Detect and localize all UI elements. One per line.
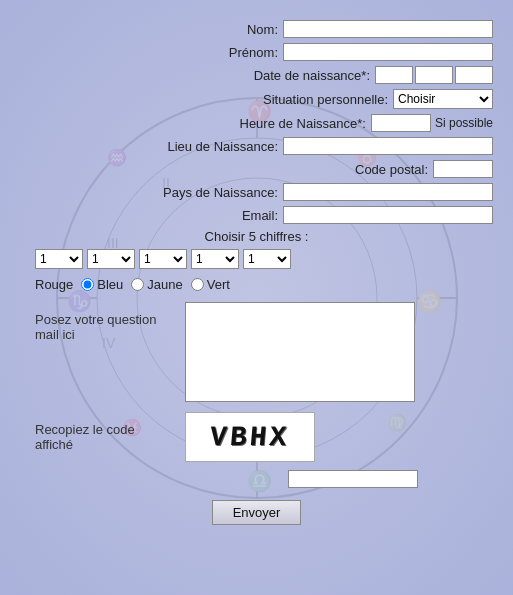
dob-group <box>375 66 493 84</box>
color-jaune: Jaune <box>131 277 182 292</box>
situation-select[interactable]: Choisir Célibataire Marié(e) Divorcé(e) … <box>393 89 493 109</box>
nom-input[interactable] <box>283 20 493 38</box>
bleu-radio[interactable] <box>81 278 94 291</box>
jaune-label: Jaune <box>147 277 182 292</box>
jaune-radio[interactable] <box>131 278 144 291</box>
captcha-row: Recopiez le code affiché VBHX <box>20 412 493 462</box>
dob-row: Date de naissance*: <box>20 66 493 84</box>
main-area: Posez votre question mail ici <box>20 302 493 402</box>
email-row: Email: <box>20 206 493 224</box>
choisir-label: Choisir 5 chiffres : <box>20 229 493 244</box>
question-textarea[interactable] <box>185 302 415 402</box>
lieu-row: Lieu de Naissance: <box>20 137 493 155</box>
question-label: Posez votre question mail ici <box>35 302 175 402</box>
heure-row: Heure de Naissance*: Si possible <box>20 114 493 132</box>
num-select-4[interactable]: 1234 56789 <box>191 249 239 269</box>
num-select-3[interactable]: 1234 56789 <box>139 249 187 269</box>
captcha-input[interactable] <box>288 470 418 488</box>
pays-label: Pays de Naissance: <box>118 185 278 200</box>
num-select-1[interactable]: 1234 56789 <box>35 249 83 269</box>
dob-year-input[interactable] <box>455 66 493 84</box>
colors-row: Rouge Bleu Jaune Vert <box>20 277 493 292</box>
si-possible-text: Si possible <box>435 116 493 130</box>
prenom-input[interactable] <box>283 43 493 61</box>
codepostal-input[interactable] <box>433 160 493 178</box>
heure-label: Heure de Naissance*: <box>206 116 366 131</box>
email-label: Email: <box>118 208 278 223</box>
vert-label: Vert <box>207 277 230 292</box>
dob-label: Date de naissance*: <box>210 68 370 83</box>
lieu-label: Lieu de Naissance: <box>118 139 278 154</box>
situation-label: Situation personnelle: <box>228 92 388 107</box>
situation-row: Situation personnelle: Choisir Célibatai… <box>20 89 493 109</box>
pays-row: Pays de Naissance: <box>20 183 493 201</box>
vert-radio[interactable] <box>191 278 204 291</box>
color-vert: Vert <box>191 277 230 292</box>
submit-row: Envoyer <box>20 500 493 525</box>
prenom-row: Prénom: <box>20 43 493 61</box>
submit-button[interactable]: Envoyer <box>212 500 302 525</box>
prenom-label: Prénom: <box>118 45 278 60</box>
dob-month-input[interactable] <box>415 66 453 84</box>
nom-row: Nom: <box>20 20 493 38</box>
nom-label: Nom: <box>118 22 278 37</box>
captcha-text: VBHX <box>209 422 291 453</box>
dob-day-input[interactable] <box>375 66 413 84</box>
lieu-input[interactable] <box>283 137 493 155</box>
rouge-label: Rouge <box>35 277 73 292</box>
pays-input[interactable] <box>283 183 493 201</box>
dropdowns-row: 1234 56789 1234 56789 1234 56789 1234 56… <box>20 249 493 269</box>
codepostal-label: Code postal: <box>268 162 428 177</box>
num-select-2[interactable]: 1234 56789 <box>87 249 135 269</box>
captcha-image: VBHX <box>185 412 315 462</box>
heure-input[interactable] <box>371 114 431 132</box>
bleu-label: Bleu <box>97 277 123 292</box>
color-bleu: Bleu <box>81 277 123 292</box>
email-input[interactable] <box>283 206 493 224</box>
codepostal-row: Code postal: <box>20 160 493 178</box>
num-select-5[interactable]: 1234 56789 <box>243 249 291 269</box>
heure-group: Si possible <box>371 114 493 132</box>
captcha-label: Recopiez le code affiché <box>35 422 175 452</box>
captcha-input-row <box>20 470 493 488</box>
color-rouge: Rouge <box>35 277 73 292</box>
